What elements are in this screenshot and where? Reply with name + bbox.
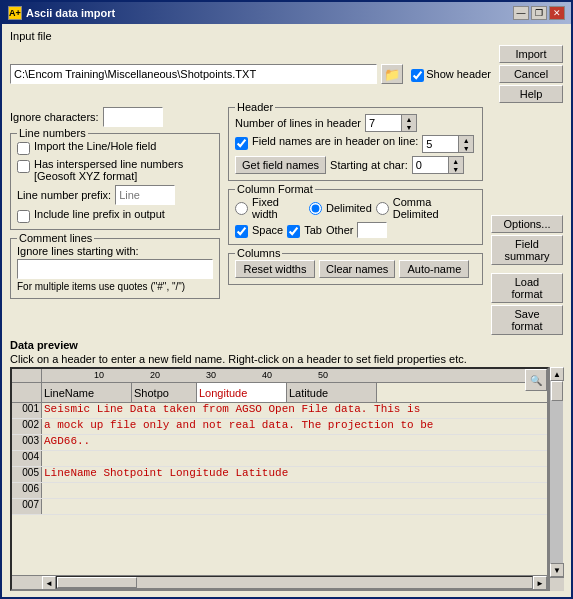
columns-group-label: Columns — [235, 247, 282, 259]
col-header-latitude[interactable]: Latitude — [287, 383, 377, 402]
num-lines-label: Number of lines in header — [235, 117, 361, 129]
row-num-003: 003 — [12, 435, 42, 450]
row-num-header — [12, 383, 42, 402]
middle-section: Ignore characters: Line numbers Import t… — [10, 107, 563, 335]
table-row: 003 AGD66.. — [12, 435, 547, 451]
left-column: Ignore characters: Line numbers Import t… — [10, 107, 220, 335]
row-num-007: 007 — [12, 499, 42, 514]
comment-chars-input[interactable] — [17, 259, 213, 279]
prefix-input[interactable] — [115, 185, 175, 205]
ignore-chars-row: Ignore characters: — [10, 107, 220, 127]
num-lines-input[interactable] — [365, 114, 401, 132]
right-column: Header Number of lines in header ▲ ▼ — [228, 107, 483, 335]
delimiter-check-row: Space Tab Other — [235, 222, 476, 238]
browse-button[interactable]: 📁 — [381, 64, 403, 84]
table-row: 001 Seismic Line Data taken from AGSO Op… — [12, 403, 547, 419]
num-lines-down[interactable]: ▼ — [402, 123, 416, 131]
scroll-left-button[interactable]: ◄ — [42, 576, 56, 590]
field-summary-button[interactable]: Field summary — [491, 235, 563, 265]
table-row: 006 — [12, 483, 547, 499]
format-radio-row: Fixed width Delimited Comma Delimited — [235, 196, 476, 220]
starting-at-input[interactable] — [412, 156, 448, 174]
content-area: Input file 📁 Show header Import Cancel H… — [2, 24, 571, 597]
row-num-005: 005 — [12, 467, 42, 482]
scroll-right-button[interactable]: ► — [533, 576, 547, 590]
help-button[interactable]: Help — [499, 85, 563, 103]
row-num-004: 004 — [12, 451, 42, 466]
scroll-corner — [550, 577, 564, 591]
get-field-names-button[interactable]: Get field names — [235, 156, 326, 174]
load-format-button[interactable]: Load format — [491, 273, 563, 303]
interspersed-row: Has interspersed line numbers [Geosoft X… — [17, 158, 213, 182]
comment-hint: For multiple items use quotes ("#", "/") — [17, 281, 213, 292]
cancel-button[interactable]: Cancel — [499, 65, 563, 83]
line-numbers-group: Line numbers Import the Line/Hole field … — [10, 133, 220, 230]
starting-at-spinbox: ▲ ▼ — [412, 156, 464, 174]
space-checkbox[interactable] — [235, 225, 248, 238]
options-button[interactable]: Options... — [491, 215, 563, 233]
ruler-mark-40: 40 — [262, 370, 272, 380]
interspersed-checkbox[interactable] — [17, 160, 30, 173]
field-names-arrows: ▲ ▼ — [458, 135, 474, 153]
import-hole-checkbox[interactable] — [17, 142, 30, 155]
starting-at-up[interactable]: ▲ — [449, 157, 463, 165]
data-preview-section: Data preview Click on a header to enter … — [10, 339, 563, 591]
reset-widths-button[interactable]: Reset widths — [235, 260, 315, 278]
auto-name-button[interactable]: Auto-name — [399, 260, 469, 278]
scroll-down-button[interactable]: ▼ — [550, 563, 564, 577]
interspersed-label: Has interspersed line numbers [Geosoft X… — [34, 158, 213, 182]
fixed-width-radio[interactable] — [235, 202, 248, 215]
file-path-input[interactable] — [10, 64, 377, 84]
v-scroll-track[interactable] — [550, 381, 563, 563]
ruler-content: 10 20 30 40 50 — [42, 369, 547, 382]
field-names-up[interactable]: ▲ — [459, 136, 473, 144]
preview-icon-button[interactable]: 🔍 — [525, 369, 547, 391]
other-input[interactable] — [357, 222, 387, 238]
title-buttons: — ❐ ✕ — [513, 6, 565, 20]
fixed-width-label: Fixed width — [252, 196, 305, 220]
col-header-longitude[interactable]: Longitude — [197, 383, 287, 402]
get-field-names-row: Get field names Starting at char: ▲ ▼ — [235, 156, 476, 174]
title-bar-left: A+ Ascii data import — [8, 6, 115, 20]
close-button[interactable]: ✕ — [549, 6, 565, 20]
show-header-label: Show header — [426, 68, 491, 80]
h-scroll-thumb[interactable] — [57, 577, 137, 588]
col-headers: LineName Shotpo Longitude Latitude — [12, 383, 547, 403]
data-rows: 001 Seismic Line Data taken from AGSO Op… — [12, 403, 547, 575]
include-prefix-checkbox[interactable] — [17, 210, 30, 223]
h-scroll-track[interactable] — [56, 576, 533, 589]
field-names-spinbox: ▲ ▼ — [422, 135, 474, 153]
delimited-radio[interactable] — [309, 202, 322, 215]
ignore-chars-input[interactable] — [103, 107, 163, 127]
row-num-002: 002 — [12, 419, 42, 434]
col-header-linename[interactable]: LineName — [42, 383, 132, 402]
starting-at-down[interactable]: ▼ — [449, 165, 463, 173]
field-names-down[interactable]: ▼ — [459, 144, 473, 152]
scroll-up-button[interactable]: ▲ — [550, 367, 564, 381]
minimize-button[interactable]: — — [513, 6, 529, 20]
title-bar: A+ Ascii data import — ❐ ✕ — [2, 2, 571, 24]
restore-button[interactable]: ❐ — [531, 6, 547, 20]
field-names-checkbox[interactable] — [235, 137, 248, 150]
clear-names-button[interactable]: Clear names — [319, 260, 395, 278]
ruler: 10 20 30 40 50 — [12, 369, 547, 383]
num-lines-up[interactable]: ▲ — [402, 115, 416, 123]
table-row: 005 LineName Shotpoint Longitude Latitud… — [12, 467, 547, 483]
comment-lines-label: Comment lines — [17, 232, 94, 244]
delimited-label: Delimited — [326, 202, 372, 214]
input-file-section: Input file 📁 Show header Import Cancel H… — [10, 30, 563, 103]
show-header-checkbox[interactable] — [411, 69, 424, 82]
include-prefix-label: Include line prefix in output — [34, 208, 165, 220]
tab-checkbox[interactable] — [287, 225, 300, 238]
table-row: 004 — [12, 451, 547, 467]
v-scroll-thumb[interactable] — [551, 381, 563, 401]
save-format-button[interactable]: Save format — [491, 305, 563, 335]
field-names-input[interactable] — [422, 135, 458, 153]
prefix-row: Line number prefix: — [17, 185, 213, 205]
comma-delimited-radio[interactable] — [376, 202, 389, 215]
comma-delimited-label: Comma Delimited — [393, 196, 476, 220]
import-button[interactable]: Import — [499, 45, 563, 63]
table-row: 002 a mock up file only and not real dat… — [12, 419, 547, 435]
row-003-content: AGD66.. — [42, 435, 547, 450]
col-header-shotpoint[interactable]: Shotpo — [132, 383, 197, 402]
